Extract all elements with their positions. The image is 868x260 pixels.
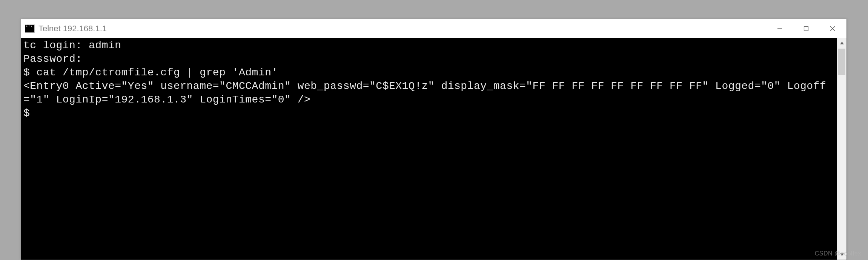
maximize-button[interactable] bbox=[793, 19, 819, 38]
terminal-window: Telnet 192.168.1.1 tc login: admin Passw… bbox=[21, 19, 847, 260]
scrollbar-thumb[interactable] bbox=[838, 49, 845, 75]
scroll-up-button[interactable] bbox=[837, 38, 846, 48]
cmd-icon bbox=[25, 24, 35, 33]
close-button[interactable] bbox=[819, 19, 846, 38]
minimize-button[interactable] bbox=[767, 19, 793, 38]
client-area: tc login: admin Password: $ cat /tmp/ctr… bbox=[21, 38, 846, 260]
vertical-scrollbar[interactable] bbox=[837, 38, 846, 260]
titlebar[interactable]: Telnet 192.168.1.1 bbox=[21, 19, 846, 38]
window-title: Telnet 192.168.1.1 bbox=[38, 24, 767, 34]
svg-rect-0 bbox=[804, 27, 808, 31]
terminal-output[interactable]: tc login: admin Password: $ cat /tmp/ctr… bbox=[21, 38, 837, 260]
window-buttons bbox=[767, 19, 846, 38]
watermark: CSDN @coolfex bbox=[815, 250, 861, 257]
